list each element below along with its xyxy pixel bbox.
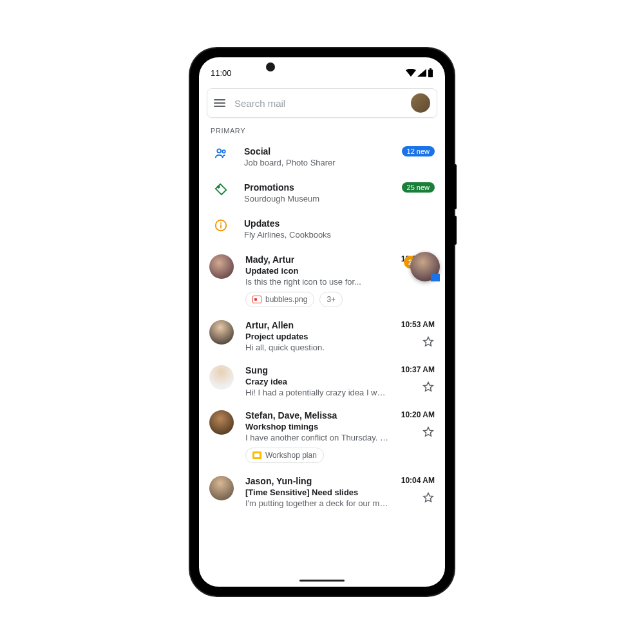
email-row[interactable]: Jason, Yun-ling[Time Sensitive] Need sli… <box>199 469 445 515</box>
email-time: 10:20 AM <box>401 410 435 419</box>
new-badge: 12 new <box>402 146 435 156</box>
email-subject: Project updates <box>245 332 390 341</box>
attachment-chip[interactable]: Workshop plan <box>245 448 324 463</box>
section-label: PRIMARY <box>199 124 445 140</box>
svg-rect-0 <box>428 70 433 77</box>
email-time: 10:37 AM <box>401 365 435 374</box>
email-sender: Mady, Artur <box>245 254 390 265</box>
email-subject: Workshop timings <box>245 422 390 431</box>
people-icon <box>209 146 232 169</box>
email-snippet: Hi all, quick question. <box>245 343 390 352</box>
status-icons <box>406 68 433 77</box>
category-subtitle: Fly Airlines, Cookbooks <box>244 230 423 240</box>
email-subject: [Time Sensitive] Need slides <box>245 488 390 497</box>
menu-icon[interactable] <box>214 99 225 107</box>
category-title: Social <box>244 146 390 156</box>
star-icon[interactable] <box>422 336 435 351</box>
star-icon[interactable] <box>422 491 435 507</box>
email-snippet: I'm putting together a deck for our mont… <box>245 498 390 508</box>
category-social[interactable]: Social Job board, Photo Sharer 12 new <box>199 140 445 176</box>
email-snippet: Hi! I had a potentially crazy idea I wan… <box>245 388 390 397</box>
email-snippet: Is this the right icon to use for... <box>245 277 390 287</box>
status-bar: 11:00 <box>199 61 445 84</box>
battery-icon <box>428 68 433 77</box>
category-title: Updates <box>244 218 423 229</box>
attachment-chips: bubbles.png3+ <box>245 292 390 307</box>
sender-avatar[interactable] <box>209 410 234 435</box>
email-row[interactable]: Artur, AllenProject updatesHi all, quick… <box>199 314 445 359</box>
email-row[interactable]: SungCrazy ideaHi! I had a potentially cr… <box>199 359 445 404</box>
category-title: Promotions <box>244 182 390 193</box>
star-icon[interactable] <box>422 426 435 441</box>
star-icon[interactable] <box>422 381 435 396</box>
signal-icon <box>417 69 426 77</box>
wifi-icon <box>406 69 416 77</box>
attachment-label: bubbles.png <box>265 295 307 304</box>
sender-avatar[interactable] <box>209 254 234 279</box>
search-input[interactable]: Search mail <box>234 98 402 109</box>
svg-rect-1 <box>430 68 431 70</box>
new-badge: 25 new <box>402 182 435 193</box>
inbox-content[interactable]: Social Job board, Photo Sharer 12 new Pr… <box>199 140 445 587</box>
email-time: 10:53 AM <box>401 320 435 329</box>
category-updates[interactable]: Updates Fly Airlines, Cookbooks <box>199 212 445 248</box>
attachment-icon <box>252 451 261 459</box>
search-bar[interactable]: Search mail <box>207 88 437 118</box>
volume-button <box>454 164 457 209</box>
email-sender: Artur, Allen <box>245 320 390 330</box>
svg-point-3 <box>222 150 225 153</box>
attachment-chips: Workshop plan <box>245 448 390 463</box>
category-promotions[interactable]: Promotions Sourdough Museum 25 new <box>199 176 445 212</box>
attachment-label: Workshop plan <box>265 451 317 460</box>
chat-head-corner-icon <box>431 274 440 281</box>
sender-avatar[interactable] <box>209 320 234 345</box>
svg-point-4 <box>218 186 220 188</box>
profile-avatar[interactable] <box>411 93 430 113</box>
attachment-icon <box>252 296 261 303</box>
status-time: 11:00 <box>211 68 232 78</box>
home-indicator[interactable] <box>299 580 345 582</box>
tag-icon <box>209 182 232 205</box>
email-row[interactable]: Stefan, Dave, MelissaWorkshop timingsI h… <box>199 404 445 469</box>
email-sender: Sung <box>245 365 390 375</box>
category-subtitle: Job board, Photo Sharer <box>244 158 390 167</box>
attachment-label: 3+ <box>327 295 336 304</box>
screen: 11:00 Search mail PRIMARY Social <box>199 57 445 587</box>
attachment-chip[interactable]: bubbles.png <box>245 292 314 307</box>
email-sender: Stefan, Dave, Melissa <box>245 410 390 421</box>
info-icon <box>209 218 232 242</box>
svg-point-2 <box>217 149 221 153</box>
email-subject: Updated icon <box>245 266 390 276</box>
sender-avatar[interactable] <box>209 365 234 390</box>
sender-avatar[interactable] <box>209 476 234 500</box>
email-time: 10:04 AM <box>401 476 435 485</box>
category-subtitle: Sourdough Museum <box>244 194 390 204</box>
email-snippet: I have another conflict on Thursday. Is … <box>245 433 390 442</box>
power-button <box>454 216 457 245</box>
email-subject: Crazy idea <box>245 377 390 386</box>
email-sender: Jason, Yun-ling <box>245 476 390 486</box>
phone-frame: 11:00 Search mail PRIMARY Social <box>190 48 454 596</box>
attachment-chip[interactable]: 3+ <box>319 292 343 307</box>
